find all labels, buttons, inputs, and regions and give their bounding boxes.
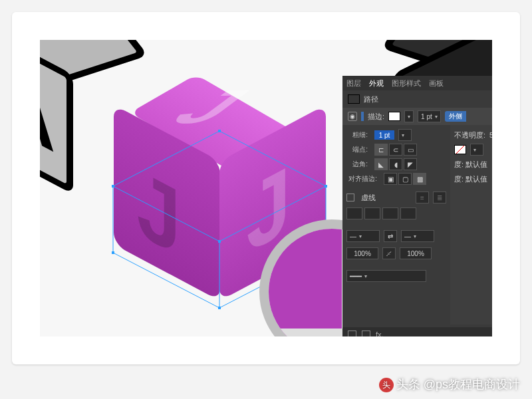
arrow-start-dropdown[interactable]: — — [346, 230, 380, 242]
fill-none-swatch[interactable] — [454, 145, 466, 154]
weight-input[interactable]: 1 pt — [374, 130, 394, 140]
object-thumb — [348, 94, 360, 104]
align-stroke-label: 对齐描边: — [346, 174, 377, 184]
dash-field-3 — [382, 207, 398, 219]
card-frame: A J J J — [12, 12, 520, 364]
dash-checkbox[interactable] — [346, 194, 354, 201]
cube-a-letter: A — [40, 55, 55, 165]
cap-butt-icon[interactable]: ⊏ — [374, 144, 388, 156]
fx-button[interactable]: fx. — [376, 331, 384, 336]
stroke-row[interactable]: ◉ 描边: 1 pt 外侧 — [342, 108, 492, 125]
stroke-align-pill[interactable]: 外侧 — [445, 111, 466, 122]
profile-dropdown[interactable]: ━━━ — [346, 270, 426, 282]
new-stroke-icon[interactable] — [362, 331, 370, 337]
object-row: 路径 — [342, 90, 492, 108]
watermark: 头头条 @ps教程电商设计 — [379, 376, 520, 392]
weight-label: 粗细: — [346, 130, 368, 140]
tab-layers[interactable]: 图层 — [346, 78, 361, 88]
dash-field-4 — [400, 207, 416, 219]
tab-artboards[interactable]: 画板 — [429, 78, 444, 88]
new-fill-icon[interactable] — [348, 331, 356, 337]
cap-square-icon[interactable]: ▭ — [404, 144, 417, 156]
watermark-prefix: 头条 — [396, 378, 420, 391]
corner-miter-icon[interactable]: ◣ — [374, 158, 388, 170]
dash-opt2-icon: ≣ — [433, 192, 446, 203]
stroke-swatch-dropdown[interactable] — [404, 110, 414, 122]
panel-footer: fx. ⊘ ⊞ 🗑 — [342, 327, 492, 336]
stroke-swatch[interactable] — [388, 112, 400, 121]
dash-field-1 — [346, 207, 362, 219]
stroke-label: 描边: — [368, 112, 384, 122]
corner-bevel-icon[interactable]: ◤ — [404, 158, 417, 170]
corner-round-icon[interactable]: ◖ — [389, 158, 402, 170]
arrow-link-icon: ⸓ — [382, 247, 396, 259]
weight-dropdown[interactable] — [398, 129, 412, 141]
visibility-toggle[interactable]: ◉ — [348, 112, 357, 121]
align-stroke-buttons: ▣ ▢ ▩ — [384, 173, 426, 185]
cap-round-icon[interactable]: ⊂ — [389, 144, 402, 156]
panel-body: 粗细: 1 pt 端点: ⊏ ⊂ ▭ 边角: — [342, 125, 492, 325]
dash-opt1-icon: ≡ — [416, 192, 429, 203]
tab-appearance[interactable]: 外观 — [369, 78, 384, 88]
arrow-end-dropdown[interactable]: — — [401, 230, 434, 242]
watermark-handle: @ps教程电商设计 — [424, 378, 520, 391]
corner-label: 边角: — [346, 160, 368, 169]
dash-field-2 — [364, 207, 380, 219]
fill-dropdown[interactable] — [470, 144, 483, 156]
panel-tabs: 图层 外观 图形样式 画板 — [342, 76, 492, 90]
selection-indicator — [361, 112, 364, 121]
dash-label: 虚线 — [361, 193, 376, 203]
cap-label: 端点: — [346, 145, 368, 154]
opacity-value[interactable]: 5% — [489, 131, 492, 139]
appearance-list: 不透明度: 5% 度: 默认值 度: 默认值 — [450, 125, 492, 325]
letter-j-left: J — [137, 154, 181, 271]
appearance-panel[interactable]: 图层 外观 图形样式 画板 路径 ◉ 描边: 1 pt 外侧 — [342, 76, 492, 336]
opacity-label: 不透明度: — [454, 130, 485, 140]
artboard: A J J J — [40, 40, 492, 336]
stroke-weight-dropdown[interactable]: 1 pt — [418, 110, 441, 122]
cap-buttons: ⊏ ⊂ ▭ — [374, 144, 417, 156]
arrow-scale-1: 100% — [346, 247, 378, 259]
watermark-logo-icon: 头 — [379, 378, 394, 392]
align-inside-icon[interactable]: ▢ — [398, 173, 412, 185]
stroke-options-popup: 粗细: 1 pt 端点: ⊏ ⊂ ▭ 边角: — [342, 125, 450, 325]
align-outside-icon[interactable]: ▩ — [413, 173, 426, 185]
default-row-2[interactable]: 度: 默认值 — [454, 174, 487, 184]
tab-graphic-styles[interactable]: 图形样式 — [392, 78, 421, 88]
arrow-swap-icon[interactable]: ⇄ — [384, 230, 397, 242]
arrow-scale-2: 100% — [400, 247, 432, 259]
object-label: 路径 — [364, 94, 378, 104]
default-row-1[interactable]: 度: 默认值 — [454, 160, 487, 170]
corner-buttons: ◣ ◖ ◤ — [374, 158, 417, 170]
align-center-icon[interactable]: ▣ — [384, 173, 397, 185]
